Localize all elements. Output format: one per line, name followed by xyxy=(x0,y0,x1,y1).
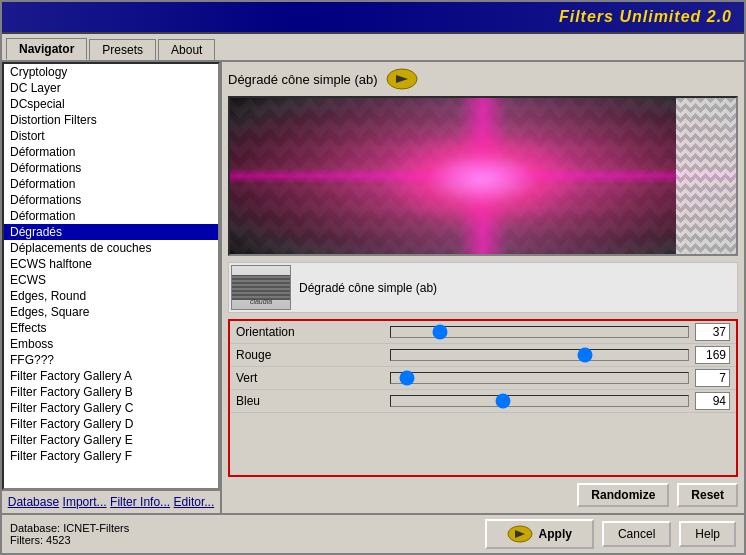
left-panel: CryptologyDC LayerDCspecialDistortion Fi… xyxy=(2,62,222,513)
list-item[interactable]: Distort xyxy=(4,128,218,144)
param-row-3: Bleu 94 xyxy=(230,390,736,413)
apply-arrow-icon xyxy=(507,525,533,543)
list-item[interactable]: Dégradés xyxy=(4,224,218,240)
param-label-1: Rouge xyxy=(236,348,384,362)
list-item[interactable]: Filter Factory Gallery A xyxy=(4,368,218,384)
list-item[interactable]: FFG??? xyxy=(4,352,218,368)
list-item[interactable]: Distortion Filters xyxy=(4,112,218,128)
database-label: Database: xyxy=(10,522,60,534)
param-slider-3[interactable] xyxy=(390,395,689,407)
list-item[interactable]: Déformation xyxy=(4,176,218,192)
list-item[interactable]: Effects xyxy=(4,320,218,336)
tab-about[interactable]: About xyxy=(158,39,215,60)
param-slider-1[interactable] xyxy=(390,349,689,361)
param-row-1: Rouge 169 xyxy=(230,344,736,367)
thumb-label: claudia xyxy=(250,298,272,305)
list-item[interactable]: Déplacements de couches xyxy=(4,240,218,256)
database-value: ICNET-Filters xyxy=(63,522,129,534)
list-item[interactable]: ECWS xyxy=(4,272,218,288)
middle-section: claudia Dégradé cône simple (ab) xyxy=(228,262,738,313)
editor-button[interactable]: Editor... xyxy=(174,495,215,509)
cancel-button[interactable]: Cancel xyxy=(602,521,671,547)
list-item[interactable]: Déformations xyxy=(4,160,218,176)
pink-glow xyxy=(382,129,582,229)
filter-info-button[interactable]: Filter Info... xyxy=(110,495,170,509)
import-button[interactable]: Import... xyxy=(63,495,107,509)
randomize-button[interactable]: Randomize xyxy=(577,483,669,507)
list-item[interactable]: Déformations xyxy=(4,192,218,208)
tab-bar: Navigator Presets About xyxy=(2,34,744,62)
list-item[interactable]: Edges, Round xyxy=(4,288,218,304)
filter-list[interactable]: CryptologyDC LayerDCspecialDistortion Fi… xyxy=(2,62,220,490)
preview-area xyxy=(228,96,738,256)
list-item[interactable]: Filter Factory Gallery E xyxy=(4,432,218,448)
right-panel: Dégradé cône simple (ab) xyxy=(222,62,744,513)
param-label-2: Vert xyxy=(236,371,384,385)
list-item[interactable]: Filter Factory Gallery D xyxy=(4,416,218,432)
app-title: Filters Unlimited 2.0 xyxy=(559,8,732,26)
list-item[interactable]: Déformation xyxy=(4,208,218,224)
reset-button[interactable]: Reset xyxy=(677,483,738,507)
list-item[interactable]: Déformation xyxy=(4,144,218,160)
param-row-2: Vert 7 xyxy=(230,367,736,390)
filter-title-right: Dégradé cône simple (ab) xyxy=(299,281,437,295)
list-item[interactable]: Filter Factory Gallery F xyxy=(4,448,218,464)
status-bar: Database: ICNET-Filters Filters: 4523 Ap… xyxy=(2,513,744,553)
list-item[interactable]: Emboss xyxy=(4,336,218,352)
left-bottom-bar: Database Import... Filter Info... Editor… xyxy=(2,490,220,513)
apply-button[interactable]: Apply xyxy=(485,519,594,549)
list-item[interactable]: Cryptology xyxy=(4,64,218,80)
tab-navigator[interactable]: Navigator xyxy=(6,38,87,60)
param-value-1: 169 xyxy=(695,346,730,364)
preview-checkerboard xyxy=(230,98,736,254)
list-item[interactable]: DC Layer xyxy=(4,80,218,96)
tab-presets[interactable]: Presets xyxy=(89,39,156,60)
param-value-3: 94 xyxy=(695,392,730,410)
help-button[interactable]: Help xyxy=(679,521,736,547)
param-label-0: Orientation xyxy=(236,325,384,339)
param-slider-2[interactable] xyxy=(390,372,689,384)
list-item[interactable]: Filter Factory Gallery C xyxy=(4,400,218,416)
param-value-2: 7 xyxy=(695,369,730,387)
params-section: Orientation 37 Rouge 169 Vert 7 Bleu 94 xyxy=(228,319,738,477)
filter-name-area: Dégradé cône simple (ab) xyxy=(228,68,738,90)
filter-name-text: Dégradé cône simple (ab) xyxy=(228,72,378,87)
filters-label: Filters: xyxy=(10,534,43,546)
status-text: Database: ICNET-Filters Filters: 4523 xyxy=(10,522,477,546)
param-value-0: 37 xyxy=(695,323,730,341)
param-slider-0[interactable] xyxy=(390,326,689,338)
title-bar: Filters Unlimited 2.0 xyxy=(2,2,744,34)
list-item[interactable]: DCspecial xyxy=(4,96,218,112)
content-area: CryptologyDC LayerDCspecialDistortion Fi… xyxy=(2,62,744,513)
action-row: Randomize Reset xyxy=(228,483,738,507)
checkerboard-right xyxy=(676,98,736,254)
arrow-icon xyxy=(386,68,418,90)
list-item[interactable]: Edges, Square xyxy=(4,304,218,320)
main-window: Filters Unlimited 2.0 Navigator Presets … xyxy=(0,0,746,555)
thumbnail: claudia xyxy=(231,265,291,310)
thumb-stripes xyxy=(232,275,290,301)
param-row-0: Orientation 37 xyxy=(230,321,736,344)
list-item[interactable]: ECWS halftone xyxy=(4,256,218,272)
param-label-3: Bleu xyxy=(236,394,384,408)
database-button[interactable]: Database xyxy=(8,495,59,509)
filters-value: 4523 xyxy=(46,534,70,546)
list-item[interactable]: Filter Factory Gallery B xyxy=(4,384,218,400)
